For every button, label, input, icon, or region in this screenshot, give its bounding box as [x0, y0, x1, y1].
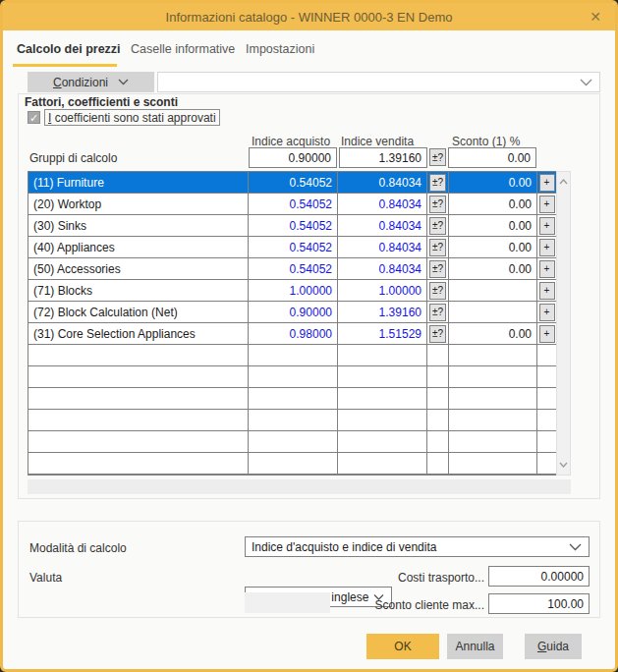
scroll-down-icon[interactable] [557, 457, 570, 473]
pm-button[interactable]: ±? [429, 239, 446, 256]
condizioni-button[interactable]: Condizioni [28, 72, 154, 92]
grid-cell-sconto[interactable]: 0.00 [449, 194, 537, 215]
grid-cell-indice-vendita[interactable]: 0.84034 [338, 258, 427, 280]
grid-cell-indice-vendita [338, 431, 427, 453]
annulla-button[interactable]: Annulla [447, 634, 503, 659]
plus-button[interactable]: + [539, 196, 555, 213]
total-acquisto-input[interactable]: 0.90000 [249, 147, 337, 168]
pm-button[interactable]: ±? [429, 217, 446, 235]
grid-cell-indice-vendita[interactable]: 0.84034 [338, 172, 427, 194]
grid-cell-indice-acquisto[interactable]: 0.54052 [249, 258, 338, 280]
grid-cell-indice-acquisto[interactable]: 0.54052 [249, 172, 338, 194]
grid-cell-sconto[interactable]: 0.00 [449, 237, 537, 258]
grid-cell-indice-acquisto [249, 453, 338, 475]
grid-cell-name [28, 345, 249, 366]
plus-button[interactable]: + [539, 217, 555, 235]
grid-cell-indice-vendita[interactable]: 0.84034 [338, 237, 427, 258]
chevron-down-icon [580, 79, 592, 86]
grid-cell-indice-vendita [338, 453, 427, 475]
costi-trasporto-input[interactable]: 0.00000 [488, 566, 590, 587]
grid-cell-name[interactable]: (50) Accessories [28, 258, 249, 280]
grid-cell-indice-acquisto[interactable]: 0.54052 [249, 237, 338, 258]
close-icon[interactable]: ✕ [584, 3, 607, 30]
approved-checkbox-label[interactable]: I coefficienti sono stati approvati [44, 109, 220, 126]
grid-cell-sconto[interactable]: 0.00 [449, 215, 537, 237]
column-header-indice-vendita: Indice vendita [341, 135, 414, 148]
total-vendita-input[interactable]: 1.39160 [339, 147, 427, 168]
grid-cell-name[interactable]: (20) Worktop [28, 194, 249, 215]
tab-calcolo-dei-prezzi[interactable]: Calcolo dei prezzi [17, 42, 121, 56]
grid-cell-sconto[interactable] [449, 302, 537, 323]
grid-cell-indice-vendita[interactable]: 1.00000 [338, 280, 427, 302]
grid-cell-name[interactable]: (71) Blocks [28, 280, 249, 302]
modalita-combobox-value: Indice d'acquisto e indice di vendita [252, 540, 436, 554]
plus-button[interactable]: + [539, 325, 555, 343]
plus-button[interactable]: + [539, 260, 555, 278]
tab-caselle-informative[interactable]: Caselle informative [131, 42, 235, 56]
grid-cell-sconto[interactable]: 0.00 [449, 172, 537, 194]
grid-cell-indice-acquisto[interactable]: 1.00000 [249, 280, 338, 302]
grid-cell-indice-acquisto [249, 388, 338, 410]
grid-cell-sconto[interactable]: 0.00 [449, 258, 537, 280]
dialog-title: Informazioni catalogo - WINNER 0000-3 EN… [166, 10, 453, 25]
grid-cell-sconto [449, 345, 537, 366]
scroll-up-icon[interactable] [557, 174, 570, 190]
plus-button[interactable]: + [539, 174, 555, 192]
horizontal-scrollbar[interactable] [28, 479, 571, 494]
plus-button[interactable]: + [539, 282, 555, 300]
grid-cell-sconto[interactable] [449, 280, 537, 302]
grid-cell-name[interactable]: (30) Sinks [28, 215, 249, 237]
grid-cell-sconto [449, 410, 537, 431]
pm-button[interactable]: ±? [429, 282, 446, 300]
approved-checkbox[interactable]: ✓ [28, 111, 40, 124]
grid-cell-name [28, 453, 249, 475]
grid-cell-plus: + [537, 302, 557, 323]
grid-cell-plus: + [537, 237, 557, 258]
grid-cell-name[interactable]: (11) Furniture [28, 172, 249, 194]
grid-cell-name[interactable]: (72) Block Calculation (Net) [28, 302, 249, 323]
grid-cell-indice-vendita[interactable]: 1.39160 [338, 302, 427, 323]
grid-cell-indice-vendita[interactable]: 1.51529 [338, 323, 427, 345]
grid-cell-indice-vendita[interactable]: 0.84034 [338, 215, 427, 237]
grid-cell-plus: + [537, 194, 557, 215]
plus-button[interactable]: + [539, 239, 555, 256]
plus-button[interactable]: + [539, 304, 555, 321]
pm-button[interactable]: ±? [429, 260, 446, 278]
condizioni-combobox[interactable] [157, 72, 600, 92]
sconto-cliente-max-label: Sconto cliente max... [366, 598, 484, 612]
pm-button[interactable]: ±? [429, 174, 446, 192]
sconto-cliente-max-input[interactable]: 100.00 [488, 593, 590, 614]
pm-button[interactable]: ±? [429, 325, 446, 343]
dialog-window: Informazioni catalogo - WINNER 0000-3 EN… [0, 0, 618, 672]
grid-cell-pm [427, 388, 449, 410]
grid-cell-name [28, 410, 249, 431]
guida-button[interactable]: Guida [525, 634, 582, 659]
calculation-groups-table: (11) Furniture0.540520.84034±?0.00+(20) … [28, 171, 558, 476]
grid-cell-indice-acquisto[interactable]: 0.54052 [249, 194, 338, 215]
grid-cell-pm: ±? [427, 172, 449, 194]
grid-cell-name[interactable]: (31) Core Selection Appliances [28, 323, 249, 345]
grid-cell-plus [537, 388, 557, 410]
tab-impostazioni[interactable]: Impostazioni [246, 42, 314, 56]
grid-cell-indice-acquisto[interactable]: 0.54052 [249, 215, 338, 237]
grid-cell-indice-acquisto[interactable]: 0.90000 [249, 302, 338, 323]
pm-button[interactable]: ±? [429, 304, 446, 321]
grid-cell-name[interactable]: (40) Appliances [28, 237, 249, 258]
grid-cell-pm [427, 366, 449, 388]
grid-cell-indice-vendita[interactable]: 0.84034 [338, 194, 427, 215]
grid-cell-sconto[interactable]: 0.00 [449, 323, 537, 345]
title-bar[interactable]: Informazioni catalogo - WINNER 0000-3 EN… [3, 3, 615, 30]
vertical-scrollbar[interactable] [556, 171, 571, 476]
grid-cell-pm: ±? [427, 258, 449, 280]
modalita-combobox[interactable]: Indice d'acquisto e indice di vendita [245, 536, 590, 557]
grid-cell-name [28, 366, 249, 388]
ok-button[interactable]: OK [366, 634, 439, 659]
grid-cell-plus: + [537, 323, 557, 345]
column-header-indice-acquisto: Indice acquisto [252, 135, 330, 148]
total-sconto-input[interactable]: 0.00 [448, 147, 536, 168]
grid-cell-name [28, 431, 249, 453]
grid-cell-indice-acquisto[interactable]: 0.98000 [249, 323, 338, 345]
grid-cell-indice-acquisto [249, 410, 338, 431]
total-pm-button[interactable]: ±? [429, 148, 446, 166]
pm-button[interactable]: ±? [429, 196, 446, 213]
